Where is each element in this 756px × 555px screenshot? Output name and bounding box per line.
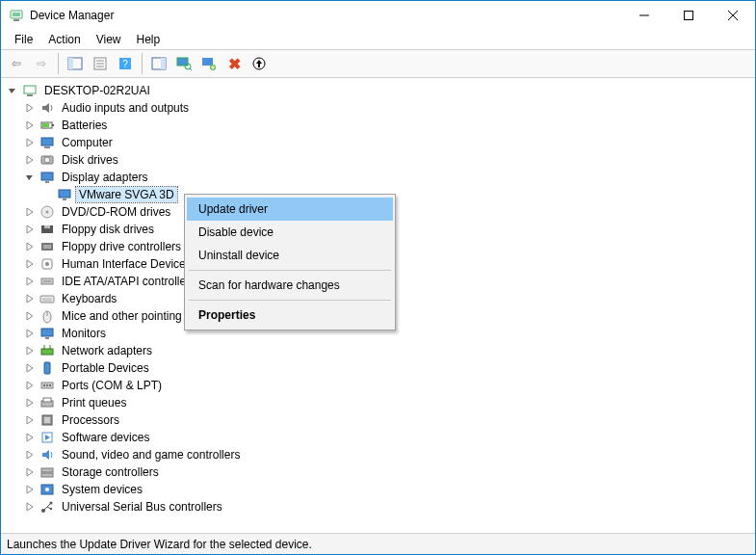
expand-icon[interactable]	[22, 499, 38, 515]
menu-action[interactable]: Action	[40, 31, 88, 48]
svg-rect-37	[44, 146, 50, 148]
context-item-properties[interactable]: Properties	[187, 304, 393, 327]
svg-marker-29	[27, 104, 33, 112]
svg-rect-16	[161, 58, 166, 69]
expand-icon[interactable]	[22, 152, 38, 168]
svg-marker-30	[42, 103, 49, 113]
svg-point-98	[45, 488, 49, 491]
svg-marker-96	[27, 486, 33, 493]
tree-node-display[interactable]: Display adapters	[1, 169, 755, 186]
svg-rect-45	[63, 198, 66, 200]
context-item-update-driver[interactable]: Update driver	[187, 198, 393, 221]
software-icon	[39, 430, 55, 445]
svg-marker-49	[27, 225, 33, 233]
tree-label-ports: Ports (COM & LPT)	[59, 378, 165, 393]
usb-icon	[39, 499, 55, 515]
expand-icon[interactable]	[22, 204, 38, 220]
svg-rect-20	[202, 58, 213, 66]
tree-node-sound[interactable]: Sound, video and game controllers	[1, 446, 755, 463]
forward-button[interactable]: ⇨	[30, 52, 53, 75]
svg-text:?: ?	[122, 59, 128, 69]
panel2-icon	[151, 56, 167, 71]
expand-icon[interactable]	[22, 118, 38, 133]
collapse-icon[interactable]	[5, 83, 20, 98]
tree-node-processors[interactable]: Processors	[1, 411, 755, 429]
tree-node-network[interactable]: Network adapters	[1, 342, 755, 359]
collapse-icon[interactable]	[22, 170, 38, 185]
svg-point-48	[46, 211, 49, 214]
tree-label-floppydisk: Floppy disk drives	[59, 222, 157, 237]
tree-node-usb[interactable]: Universal Serial Bus controllers	[1, 498, 755, 515]
expand-icon[interactable]	[22, 291, 38, 306]
storage-icon	[39, 464, 55, 480]
context-item-disable-device[interactable]: Disable device	[187, 221, 393, 244]
expand-icon[interactable]	[22, 222, 38, 237]
expand-icon[interactable]	[22, 430, 38, 445]
panel-icon	[67, 56, 83, 71]
menu-file[interactable]: File	[7, 31, 40, 48]
expand-icon[interactable]	[22, 343, 38, 358]
action-pane-button[interactable]	[147, 52, 170, 75]
svg-marker-65	[27, 312, 33, 320]
monitor-add-icon	[201, 56, 217, 71]
expand-icon[interactable]	[22, 100, 38, 116]
tree-node-ports[interactable]: Ports (COM & LPT)	[1, 377, 755, 394]
expand-icon[interactable]	[22, 482, 38, 497]
context-item-scan-for-hardware-changes[interactable]: Scan for hardware changes	[187, 274, 393, 297]
expand-icon[interactable]	[22, 274, 38, 289]
svg-point-102	[50, 502, 53, 505]
dvd-icon	[39, 204, 55, 220]
expand-icon[interactable]	[22, 464, 38, 480]
tree-label-computer: Computer	[59, 135, 116, 150]
scan-hardware-button[interactable]	[172, 52, 196, 75]
tree-node-portable[interactable]: Portable Devices	[1, 359, 755, 377]
audio-icon	[39, 100, 55, 116]
properties-button[interactable]	[89, 52, 112, 75]
menubar: File Action View Help	[1, 30, 755, 49]
tree-label-usb: Universal Serial Bus controllers	[59, 499, 225, 515]
expand-icon[interactable]	[22, 135, 38, 150]
tree-node-computer[interactable]: Computer	[1, 134, 755, 151]
uninstall-button[interactable]: ✖	[222, 52, 246, 75]
svg-marker-55	[27, 260, 33, 268]
expand-icon[interactable]	[22, 360, 38, 376]
minimize-button[interactable]	[622, 1, 666, 30]
tree-label-display: Display adapters	[59, 170, 150, 185]
mice-icon	[39, 308, 55, 324]
expand-icon[interactable]	[22, 412, 38, 428]
svg-marker-91	[27, 451, 33, 459]
expand-icon[interactable]	[22, 308, 38, 324]
update-driver-button[interactable]	[248, 52, 271, 75]
tree-node-storage[interactable]: Storage controllers	[1, 463, 755, 481]
svg-marker-68	[27, 330, 33, 337]
help-button[interactable]: ?	[114, 52, 137, 75]
device-tree[interactable]: DESKTOP-02R2UAIAudio inputs and outputsB…	[1, 78, 755, 533]
back-button[interactable]: ⇦	[5, 52, 28, 75]
maximize-button[interactable]	[666, 1, 711, 30]
tree-node-audio[interactable]: Audio inputs and outputs	[1, 99, 755, 117]
svg-rect-72	[41, 349, 53, 355]
window-title: Device Manager	[30, 9, 114, 22]
tree-node-root[interactable]: DESKTOP-02R2UAI	[1, 82, 755, 99]
tree-node-system[interactable]: System devices	[1, 481, 755, 498]
tree-node-printq[interactable]: Print queues	[1, 394, 755, 411]
add-legacy-button[interactable]	[197, 52, 221, 75]
expand-icon[interactable]	[22, 239, 38, 254]
expand-icon[interactable]	[22, 378, 38, 393]
expand-icon[interactable]	[22, 447, 38, 462]
menu-help[interactable]: Help	[129, 31, 169, 48]
menu-view[interactable]: View	[89, 31, 129, 48]
context-item-uninstall-device[interactable]: Uninstall device	[187, 244, 393, 267]
show-hide-console-tree-button[interactable]	[64, 52, 87, 75]
svg-marker-93	[27, 468, 33, 476]
tree-label-floppyctrl: Floppy drive controllers	[59, 239, 184, 254]
expand-icon[interactable]	[22, 256, 38, 272]
expand-icon[interactable]	[22, 326, 38, 341]
tree-node-batteries[interactable]: Batteries	[1, 117, 755, 134]
svg-rect-34	[42, 123, 49, 127]
tree-node-diskdrives[interactable]: Disk drives	[1, 151, 755, 169]
expand-icon[interactable]	[22, 395, 38, 410]
tree-node-software[interactable]: Software devices	[1, 429, 755, 446]
svg-rect-8	[68, 58, 73, 69]
close-button[interactable]	[711, 1, 755, 30]
